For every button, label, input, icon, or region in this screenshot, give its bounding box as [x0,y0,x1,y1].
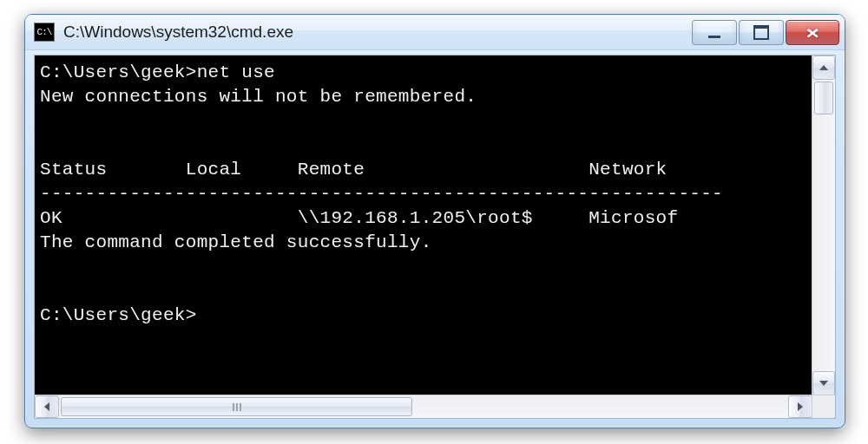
thumb-grip-icon [233,403,241,411]
close-icon: × [806,23,819,42]
minimize-button[interactable] [692,20,737,45]
scroll-right-button[interactable] [788,395,812,418]
console-prompt: C:\Users\geek> [40,305,197,325]
horizontal-scrollbar[interactable] [35,395,812,418]
scroll-left-button[interactable] [35,395,59,418]
cmd-window: C:\ C:\Windows\system32\cmd.exe × C:\Use… [24,14,845,428]
maximize-button[interactable] [739,20,784,45]
arrow-up-icon [819,65,828,70]
titlebar[interactable]: C:\ C:\Windows\system32\cmd.exe × [25,15,845,50]
minimize-icon [708,32,720,38]
window-title: C:\Windows\system32\cmd.exe [63,23,692,42]
scrollbar-corner [812,395,835,418]
console-line: New connections will not be remembered. [40,87,477,107]
vertical-scrollbar[interactable] [812,56,835,395]
close-button[interactable]: × [786,20,839,45]
console-line: C:\Users\geek>net use [40,62,275,82]
console-line: The command completed successfully. [40,232,432,252]
console-line: OK \\192.168.1.205\root$ Microsof [40,208,678,228]
arrow-right-icon [798,402,803,411]
horizontal-scroll-thumb[interactable] [61,397,412,416]
arrow-left-icon [44,402,49,411]
console-output[interactable]: C:\Users\geek>net use New connections wi… [35,56,812,395]
arrow-down-icon [819,381,828,386]
horizontal-scroll-track[interactable] [59,395,788,418]
maximize-icon [753,25,769,40]
window-controls: × [692,20,839,45]
console-line: ----------------------------------------… [40,184,723,204]
scroll-down-button[interactable] [812,371,835,395]
cmd-icon: C:\ [34,23,55,42]
vertical-scroll-track[interactable] [812,80,835,371]
vertical-scroll-thumb[interactable] [814,82,833,114]
console-line: Status Local Remote Network [40,160,667,180]
scroll-up-button[interactable] [812,56,835,80]
client-area: C:\Users\geek>net use New connections wi… [34,55,836,419]
